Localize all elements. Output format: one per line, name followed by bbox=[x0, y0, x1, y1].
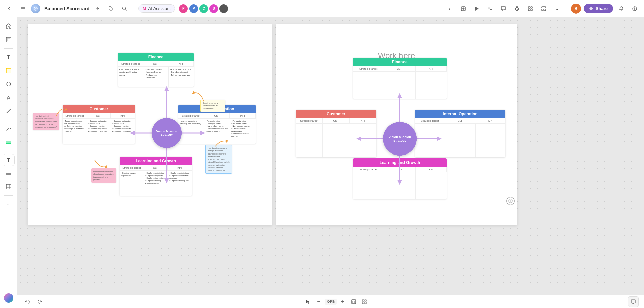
sidebar: T T ··· bbox=[0, 17, 17, 308]
left-canvas-panel: Finance Strategic target CSF KPI • Impro… bbox=[28, 24, 272, 225]
menu-button[interactable] bbox=[17, 3, 28, 14]
sidebar-shapes[interactable] bbox=[3, 78, 15, 90]
toolbar: Balanced Scorecard M AI Assistant P P C … bbox=[0, 0, 644, 17]
search-button[interactable] bbox=[119, 3, 130, 14]
sidebar-line[interactable] bbox=[3, 123, 15, 135]
sidebar-sep-2 bbox=[4, 120, 13, 120]
customer-table-right: Customer Strategic target CSF KPI bbox=[296, 110, 376, 157]
internal-subheader-left: Strategic target CSF KPI bbox=[178, 113, 256, 119]
svg-rect-73 bbox=[365, 302, 366, 304]
share-button[interactable]: Share bbox=[584, 4, 613, 13]
finance-header-right: Finance bbox=[353, 58, 447, 66]
sidebar-brush[interactable] bbox=[3, 105, 15, 117]
zoom-in-button[interactable]: + bbox=[338, 297, 347, 306]
sidebar-highlight[interactable] bbox=[3, 136, 15, 148]
sidebar-home[interactable] bbox=[3, 20, 15, 32]
finance-body-left: • Improve the ability to create wealth u… bbox=[118, 67, 194, 87]
present-bottom-button[interactable] bbox=[628, 296, 639, 307]
canvas-area[interactable]: Finance Strategic target CSF KPI • Impro… bbox=[17, 17, 644, 295]
svg-rect-14 bbox=[542, 7, 546, 8]
toolbar-sep-2 bbox=[567, 5, 567, 13]
back-button[interactable] bbox=[4, 3, 15, 14]
finance-body-right bbox=[353, 72, 447, 99]
vision-circle-right: Vision Mission Strategy bbox=[383, 122, 417, 156]
zoom-out-button[interactable]: − bbox=[314, 297, 323, 306]
sidebar-textblock[interactable]: T bbox=[3, 154, 15, 166]
sidebar-table[interactable] bbox=[3, 181, 15, 193]
template-button[interactable] bbox=[538, 3, 549, 14]
bell-button[interactable] bbox=[616, 3, 627, 14]
svg-rect-70 bbox=[362, 300, 364, 301]
svg-marker-49 bbox=[192, 91, 195, 94]
user-avatar[interactable]: B bbox=[571, 4, 581, 14]
svg-point-25 bbox=[7, 82, 11, 86]
learning-header-right: Learning and Growth bbox=[353, 158, 447, 167]
animate-button[interactable] bbox=[485, 3, 495, 14]
internal-header-right: Internal Operation bbox=[415, 110, 505, 118]
app-logo-icon bbox=[31, 4, 40, 13]
sticky-customer-question-left: How do the direct customers who buy the … bbox=[33, 113, 59, 130]
svg-marker-50 bbox=[105, 165, 108, 168]
customer-body-right bbox=[296, 124, 376, 157]
svg-rect-20 bbox=[6, 37, 11, 42]
learning-subheader-right: Strategic target CSF KPI bbox=[353, 167, 447, 172]
svg-rect-11 bbox=[531, 7, 532, 8]
info-icon-right[interactable]: ⓘ bbox=[506, 197, 515, 205]
learning-subheader-left: Strategic target CSF KPI bbox=[120, 165, 192, 171]
sidebar-text[interactable]: T bbox=[3, 51, 15, 63]
color-palette-icon[interactable] bbox=[4, 293, 13, 303]
vision-circle-left: Vision Mission Strategy bbox=[152, 118, 182, 148]
toolbar-right: › ⌄ B Share bbox=[444, 3, 640, 14]
sidebar-list[interactable] bbox=[3, 167, 15, 179]
sidebar-pen[interactable] bbox=[3, 91, 15, 104]
sticky-operations-left: How does the company manage its internal… bbox=[205, 145, 232, 174]
svg-marker-37 bbox=[164, 86, 169, 91]
sidebar-sticky[interactable] bbox=[3, 65, 15, 77]
download-button[interactable] bbox=[92, 3, 103, 14]
finance-subheader-left: Strategic target CSF KPI bbox=[118, 61, 194, 67]
share-label: Share bbox=[596, 6, 608, 11]
learning-header-left: Learning and Growth bbox=[120, 157, 192, 165]
comment-button[interactable] bbox=[498, 3, 509, 14]
present-button[interactable] bbox=[471, 3, 482, 14]
svg-rect-12 bbox=[528, 9, 530, 11]
svg-marker-64 bbox=[25, 301, 27, 302]
customer-subheader-right: Strategic target CSF KPI bbox=[296, 118, 376, 124]
collaborator-avatars: P P C S › bbox=[179, 4, 228, 13]
internal-body-left: • Improve operational efficiency and pro… bbox=[178, 119, 256, 144]
chevron-right-button[interactable]: › bbox=[444, 3, 455, 14]
grid-button[interactable] bbox=[360, 297, 369, 306]
timer-button[interactable] bbox=[512, 3, 522, 14]
info-button[interactable] bbox=[629, 3, 640, 14]
svg-point-19 bbox=[634, 7, 635, 8]
learning-body-left: • Create a capable organization • Employ… bbox=[120, 171, 192, 196]
undo-button[interactable] bbox=[23, 297, 32, 306]
sidebar-frame[interactable] bbox=[3, 34, 15, 46]
import-button[interactable] bbox=[458, 3, 469, 14]
avatar-1: P bbox=[179, 4, 188, 13]
ai-icon: M bbox=[143, 6, 146, 11]
cursor-button[interactable] bbox=[303, 297, 313, 306]
bottom-bar: − 34% + bbox=[17, 295, 644, 308]
learning-body-right bbox=[353, 172, 447, 199]
tag-button[interactable] bbox=[106, 3, 116, 14]
fit-button[interactable] bbox=[349, 297, 358, 306]
avatar-2: P bbox=[189, 4, 198, 13]
insert-button[interactable] bbox=[525, 3, 536, 14]
internal-subheader-right: Strategic target CSF KPI bbox=[415, 118, 505, 124]
redo-button[interactable] bbox=[35, 297, 44, 306]
sidebar-dots[interactable]: ··· bbox=[3, 198, 15, 210]
ai-assistant-button[interactable]: M AI Assistant bbox=[138, 4, 175, 13]
internal-table-right: Internal Operation Strategic target CSF … bbox=[415, 110, 505, 157]
svg-rect-16 bbox=[544, 9, 546, 11]
bottom-right-controls: − 34% + bbox=[303, 297, 369, 306]
svg-marker-66 bbox=[306, 300, 310, 304]
chevron-down-button[interactable]: ⌄ bbox=[552, 3, 562, 14]
svg-rect-10 bbox=[528, 7, 530, 8]
toolbar-sep-1 bbox=[134, 5, 134, 13]
finance-table-right: Finance Strategic target CSF KPI bbox=[353, 58, 447, 99]
svg-rect-21 bbox=[7, 38, 10, 41]
svg-point-4 bbox=[110, 7, 110, 8]
zoom-display[interactable]: 34% bbox=[325, 299, 337, 305]
avatar-5: › bbox=[219, 4, 228, 13]
